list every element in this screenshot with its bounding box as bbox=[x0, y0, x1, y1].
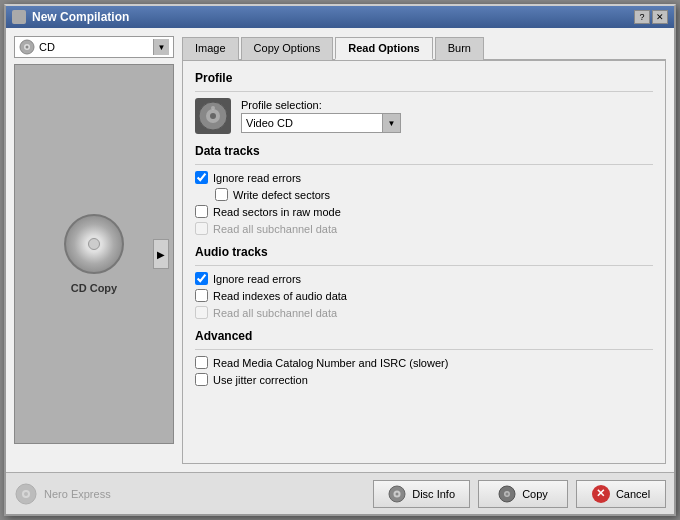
audio-subchannel-checkbox bbox=[195, 306, 208, 319]
audio-ignore-errors-label: Ignore read errors bbox=[213, 273, 301, 285]
cd-disc-inner bbox=[88, 238, 100, 250]
write-defect-label: Write defect sectors bbox=[233, 189, 330, 201]
checkbox-write-defect: Write defect sectors bbox=[215, 188, 653, 201]
title-bar-left: New Compilation bbox=[12, 10, 129, 24]
read-indexes-label: Read indexes of audio data bbox=[213, 290, 347, 302]
advanced-heading: Advanced bbox=[195, 329, 653, 343]
profile-heading: Profile bbox=[195, 71, 653, 85]
media-type-value: CD bbox=[39, 41, 153, 53]
cancel-icon: ✕ bbox=[592, 485, 610, 503]
checkbox-jitter: Use jitter correction bbox=[195, 373, 653, 386]
checkbox-read-sectors-raw: Read sectors in raw mode bbox=[195, 205, 653, 218]
title-bar-buttons: ? ✕ bbox=[634, 10, 668, 24]
media-type-combo[interactable]: CD ▼ bbox=[14, 36, 174, 58]
profile-select[interactable]: Video CD ▼ bbox=[241, 113, 401, 133]
disc-info-label: Disc Info bbox=[412, 488, 455, 500]
checkbox-ignore-read-errors: Ignore read errors bbox=[195, 171, 653, 184]
nero-express-icon bbox=[14, 482, 38, 506]
svg-point-2 bbox=[26, 46, 29, 49]
read-sectors-raw-checkbox[interactable] bbox=[195, 205, 208, 218]
profile-selection-label: Profile selection: bbox=[241, 99, 401, 111]
tab-content-read-options: Profile Profile selection: bbox=[182, 61, 666, 464]
use-jitter-checkbox[interactable] bbox=[195, 373, 208, 386]
dialog-body: CD ▼ CD Copy ▶ Image Copy Options bbox=[6, 28, 674, 472]
read-sectors-raw-label: Read sectors in raw mode bbox=[213, 206, 341, 218]
svg-point-10 bbox=[24, 492, 28, 496]
cancel-button[interactable]: ✕ Cancel bbox=[576, 480, 666, 508]
new-compilation-dialog: New Compilation ? ✕ CD ▼ CD bbox=[4, 4, 676, 516]
audio-tracks-heading: Audio tracks bbox=[195, 245, 653, 259]
profile-divider bbox=[195, 91, 653, 92]
checkbox-read-indexes: Read indexes of audio data bbox=[195, 289, 653, 302]
checkbox-audio-ignore-errors: Ignore read errors bbox=[195, 272, 653, 285]
write-defect-checkbox[interactable] bbox=[215, 188, 228, 201]
combo-arrow-icon[interactable]: ▼ bbox=[153, 39, 169, 55]
checkbox-read-all-subchannel: Read all subchannel data bbox=[195, 222, 653, 235]
checkbox-audio-subchannel: Read all subchannel data bbox=[195, 306, 653, 319]
svg-point-7 bbox=[211, 106, 215, 110]
profile-disc-icon bbox=[195, 98, 231, 134]
tabs-bar: Image Copy Options Read Options Burn bbox=[182, 36, 666, 61]
data-tracks-section: Data tracks Ignore read errors Write def… bbox=[195, 144, 653, 235]
svg-point-6 bbox=[210, 113, 216, 119]
tab-burn[interactable]: Burn bbox=[435, 37, 484, 60]
audio-ignore-errors-checkbox[interactable] bbox=[195, 272, 208, 285]
svg-point-13 bbox=[396, 492, 399, 495]
audio-subchannel-label: Read all subchannel data bbox=[213, 307, 337, 319]
cd-copy-label: CD Copy bbox=[71, 282, 117, 294]
dialog-title: New Compilation bbox=[32, 10, 129, 24]
help-button[interactable]: ? bbox=[634, 10, 650, 24]
read-all-subchannel-checkbox bbox=[195, 222, 208, 235]
ignore-read-errors-checkbox[interactable] bbox=[195, 171, 208, 184]
close-button[interactable]: ✕ bbox=[652, 10, 668, 24]
profile-section: Profile Profile selection: bbox=[195, 71, 653, 134]
cd-combo-icon bbox=[19, 39, 35, 55]
left-panel: CD ▼ CD Copy ▶ bbox=[14, 36, 174, 464]
use-jitter-label: Use jitter correction bbox=[213, 374, 308, 386]
profile-value: Video CD bbox=[242, 117, 382, 129]
app-name-label: Nero Express bbox=[44, 488, 111, 500]
title-bar-app-icon bbox=[12, 10, 26, 24]
checkbox-catalog-isrc: Read Media Catalog Number and ISRC (slow… bbox=[195, 356, 653, 369]
profile-select-container: Profile selection: Video CD ▼ bbox=[241, 99, 401, 133]
audio-tracks-divider bbox=[195, 265, 653, 266]
cd-disc-icon bbox=[64, 214, 124, 274]
ignore-read-errors-label: Ignore read errors bbox=[213, 172, 301, 184]
catalog-isrc-checkbox[interactable] bbox=[195, 356, 208, 369]
tab-read-options[interactable]: Read Options bbox=[335, 37, 433, 60]
data-tracks-divider bbox=[195, 164, 653, 165]
disc-info-icon bbox=[388, 485, 406, 503]
advanced-section: Advanced Read Media Catalog Number and I… bbox=[195, 329, 653, 386]
cancel-label: Cancel bbox=[616, 488, 650, 500]
app-branding: Nero Express bbox=[14, 482, 365, 506]
copy-button[interactable]: Copy bbox=[478, 480, 568, 508]
tab-image[interactable]: Image bbox=[182, 37, 239, 60]
footer: Nero Express Disc Info Copy ✕ Cancel bbox=[6, 472, 674, 514]
profile-row: Profile selection: Video CD ▼ bbox=[195, 98, 653, 134]
catalog-isrc-label: Read Media Catalog Number and ISRC (slow… bbox=[213, 357, 448, 369]
copy-button-icon bbox=[498, 485, 516, 503]
cd-copy-area: CD Copy ▶ bbox=[14, 64, 174, 444]
data-tracks-heading: Data tracks bbox=[195, 144, 653, 158]
advanced-divider bbox=[195, 349, 653, 350]
tab-copy-options[interactable]: Copy Options bbox=[241, 37, 334, 60]
disc-info-button[interactable]: Disc Info bbox=[373, 480, 470, 508]
next-arrow-button[interactable]: ▶ bbox=[153, 239, 169, 269]
audio-tracks-section: Audio tracks Ignore read errors Read ind… bbox=[195, 245, 653, 319]
right-panel: Image Copy Options Read Options Burn Pro… bbox=[182, 36, 666, 464]
title-bar: New Compilation ? ✕ bbox=[6, 6, 674, 28]
read-all-subchannel-label: Read all subchannel data bbox=[213, 223, 337, 235]
profile-select-arrow[interactable]: ▼ bbox=[382, 114, 400, 132]
svg-point-16 bbox=[506, 492, 509, 495]
copy-label: Copy bbox=[522, 488, 548, 500]
read-indexes-checkbox[interactable] bbox=[195, 289, 208, 302]
